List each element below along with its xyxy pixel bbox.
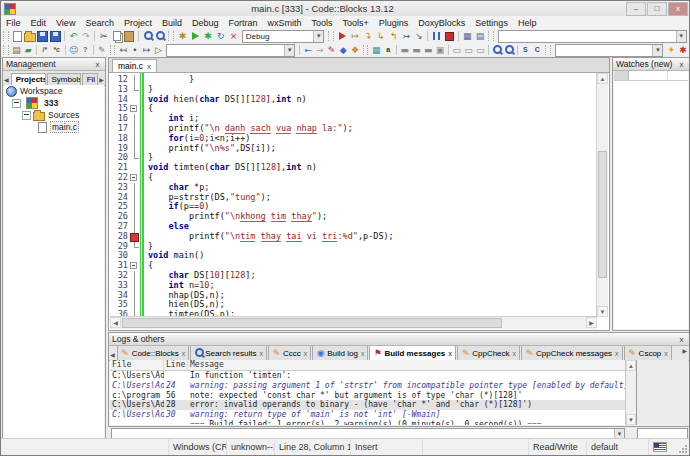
chevron-down-icon[interactable]: ▼ — [284, 45, 294, 56]
watches-close-icon[interactable]: x — [677, 60, 686, 69]
code-line[interactable]: 28 printf("\ntim thay tai vi tri:%d",p-D… — [110, 232, 597, 242]
search-options-button[interactable]: ✦ — [665, 44, 677, 56]
incsearch-next-button[interactable]: ↦ — [141, 44, 153, 56]
debug-info-button[interactable]: ▤ — [474, 30, 487, 42]
step-into-instruction-button[interactable]: ↘ — [413, 30, 426, 42]
fold-margin[interactable] — [130, 183, 140, 193]
menu-item-tools[interactable]: Tools+ — [338, 18, 374, 28]
log-tab-search-results[interactable]: Search resultsx — [190, 346, 267, 360]
build-message-row[interactable]: C:\Users\Adm...28error: invalid operands… — [110, 400, 629, 410]
build-message-row[interactable]: C:\Users\Adm...24warning: passing argume… — [110, 381, 629, 391]
menu-item-plugins[interactable]: Plugins — [374, 18, 414, 28]
doxy-view-button[interactable]: ▣ — [434, 44, 446, 56]
spell-check-button[interactable]: ✎ — [96, 44, 108, 56]
help-button[interactable]: ? — [79, 44, 91, 56]
maximize-button[interactable]: □ — [647, 2, 667, 16]
code-line[interactable]: 19 printf("\n%s",DS[i]); — [110, 144, 597, 154]
log-tab-close-icon[interactable]: x — [664, 350, 668, 357]
fold-margin[interactable] — [130, 153, 140, 163]
zoom-in-button[interactable] — [491, 44, 503, 56]
save-button[interactable] — [36, 30, 49, 42]
logs-scroll-up-icon[interactable]: ▲ — [626, 360, 636, 371]
menu-item-tools[interactable]: Tools — [307, 18, 338, 28]
tree-expander-icon[interactable] — [12, 99, 21, 108]
log-tab-close-icon[interactable]: x — [361, 350, 365, 357]
fold-margin[interactable] — [130, 173, 140, 183]
doxy-run-button[interactable]: ▬ — [422, 44, 434, 56]
fold-margin[interactable] — [130, 222, 140, 232]
fold-margin[interactable] — [130, 212, 140, 222]
zoom-out-button[interactable] — [503, 44, 515, 56]
scroll-left-icon[interactable]: ◀ — [110, 317, 121, 328]
logs-tab-scroll-right-icon[interactable]: ▶ — [681, 347, 688, 356]
browse-marks-button[interactable]: ❖ — [349, 44, 361, 56]
menu-item-edit[interactable]: Edit — [26, 18, 52, 28]
log-tab-cscop[interactable]: ✎Cscopx — [624, 346, 672, 360]
tab-scroll-left-icon[interactable]: ◀ — [3, 76, 10, 85]
replace-button[interactable] — [153, 30, 166, 42]
incsearch-prev-button[interactable]: ↤ — [117, 44, 129, 56]
tree-item-333[interactable]: 333 — [4, 97, 104, 109]
code-line[interactable]: 30void main() — [110, 251, 597, 261]
build-message-row[interactable]: C:\Users\Adm...30warning: return type of… — [110, 410, 629, 420]
letter-c-button[interactable]: C — [531, 44, 543, 56]
log-tab-build-log[interactable]: ◉Build logx — [312, 346, 368, 360]
build-message-row[interactable]: === Build failed: 1 error(s), 2 warning(… — [110, 420, 629, 425]
fold-margin[interactable] — [130, 242, 140, 252]
log-tab-close-icon[interactable]: x — [259, 350, 263, 357]
outline-box-3-button[interactable]: ▭ — [474, 44, 486, 56]
tree-item-main-c[interactable]: main.c — [4, 121, 104, 133]
comment-button[interactable]: /* — [39, 44, 51, 56]
log-tab-code-blocks[interactable]: ✎Code::Blocksx — [117, 346, 190, 360]
chevron-down-icon[interactable]: ▼ — [652, 45, 662, 56]
open-file-button[interactable] — [24, 30, 37, 42]
chevron-down-icon[interactable]: ▼ — [676, 31, 686, 42]
log-tab-close-icon[interactable]: x — [304, 350, 308, 357]
fold-margin[interactable] — [130, 163, 140, 173]
chevron-down-icon[interactable]: ▼ — [313, 31, 323, 42]
run-button[interactable] — [189, 30, 202, 42]
tree-expander-icon[interactable] — [22, 111, 31, 120]
fold-margin[interactable] — [130, 114, 140, 124]
logs-close-icon[interactable]: x — [677, 335, 686, 344]
goto-next-change-button[interactable]: → — [314, 44, 326, 56]
build-and-run-button[interactable]: ✱ — [202, 30, 215, 42]
incsearch-highlight-button[interactable]: ▷ — [153, 44, 165, 56]
editor-vertical-scrollbar[interactable]: ▲ ▼ — [596, 73, 608, 317]
log-tab-cccc[interactable]: ✎Ccccx — [268, 346, 311, 360]
build-target-combobox[interactable]: Debug▼ — [242, 30, 324, 43]
tree-item-sources[interactable]: Sources — [4, 109, 104, 121]
next-line-button[interactable]: ↴ — [362, 30, 375, 42]
tab-projects[interactable]: Projects — [11, 73, 46, 85]
goto-prev-change-button[interactable]: ← — [302, 44, 314, 56]
logs-tab-scroll-left-icon[interactable]: ◀ — [109, 351, 116, 360]
incsearch-clear-button[interactable]: • — [129, 44, 141, 56]
tab-scroll-right-icon[interactable]: ▶ — [98, 76, 105, 85]
menu-item-wxsmith[interactable]: wxSmith — [263, 18, 307, 28]
build-message-row[interactable]: C:\Users\Adm...In function 'timten': — [110, 371, 629, 381]
keyboard-shortcuts-button[interactable]: ▤ — [11, 44, 23, 56]
run-to-cursor-button[interactable]: ↦ — [349, 30, 362, 42]
fold-margin[interactable] — [130, 104, 140, 114]
resize-grip[interactable] — [679, 445, 687, 453]
code-line[interactable]: 14void hien(char DS[][128],int n) — [110, 95, 597, 105]
menu-item-debug[interactable]: Debug — [187, 18, 224, 28]
fold-margin[interactable] — [130, 85, 140, 95]
fold-margin[interactable] — [130, 193, 140, 203]
vscroll-thumb[interactable] — [598, 151, 607, 278]
menu-item-search[interactable]: Search — [80, 18, 119, 28]
log-tab-close-icon[interactable]: x — [448, 350, 452, 357]
menu-item-file[interactable]: File — [1, 18, 26, 28]
logs-scroll-down-icon[interactable]: ▼ — [626, 414, 636, 425]
menu-item-view[interactable]: View — [51, 18, 80, 28]
fold-margin[interactable] — [130, 300, 140, 310]
find-button[interactable] — [141, 30, 154, 42]
fold-margin[interactable] — [130, 202, 140, 212]
bookmark-button[interactable]: ◆ — [337, 44, 349, 56]
fold-margin[interactable] — [130, 261, 140, 271]
menu-item-fortran[interactable]: Fortran — [223, 18, 262, 28]
outline-box-2-button[interactable]: ▭ — [463, 44, 475, 56]
rebuild-button[interactable]: ↻ — [214, 30, 227, 42]
incremental-search-combobox[interactable]: ▼ — [166, 44, 295, 57]
minimize-button[interactable]: – — [626, 2, 646, 16]
